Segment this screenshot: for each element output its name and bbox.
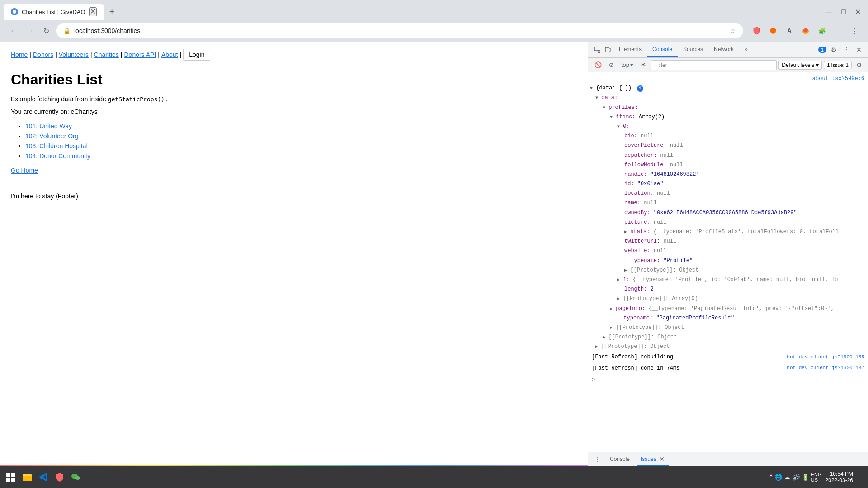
nav-donors[interactable]: Donors xyxy=(33,51,53,58)
devtools-tab-network[interactable]: Network xyxy=(708,42,739,57)
console-tree-root[interactable]: ▼ {data: {…}} i xyxy=(588,84,868,93)
devtools-header-actions: 1 ⚙ ⋮ ✕ xyxy=(818,44,864,55)
source-link[interactable]: about.tsx?599e:6 xyxy=(812,75,864,83)
console-tree-item-1[interactable]: ▶ 1: {__typename: 'Profile', id: '0x01ab… xyxy=(588,275,868,285)
devtools-close-button[interactable]: ✕ xyxy=(854,44,864,55)
source-link-done[interactable]: hot-dev-client.js?1600:137 xyxy=(787,364,864,372)
info-icon: i xyxy=(637,85,643,92)
nav-charities[interactable]: Charities xyxy=(94,51,119,58)
taskbar-chevron-icon[interactable]: ^ xyxy=(769,474,773,481)
console-tree-prototype-array[interactable]: ▶ [[Prototype]]: Array(0) xyxy=(588,294,868,304)
bottom-tab-issues[interactable]: Issues ✕ xyxy=(637,453,669,466)
console-tree-pageinfo[interactable]: ▶ pageInfo: {__typename: 'PaginatedResul… xyxy=(588,304,868,314)
pause-button[interactable]: ⊘ xyxy=(606,61,617,69)
console-tree-prototype-3[interactable]: ▶ [[Prototype]]: Object xyxy=(588,333,868,342)
taskbar-speaker-icon[interactable]: 🔊 xyxy=(792,474,800,481)
list-item: 103: Children Hospital xyxy=(25,142,577,150)
devtools-tabs: Elements Console Sources Network » 1 ⚙ ⋮… xyxy=(588,42,868,58)
menu-button[interactable]: ⋮ xyxy=(848,24,861,37)
taskbar-clock[interactable]: 10:54 PM 2022-03-26 xyxy=(826,471,853,483)
login-button[interactable]: Login xyxy=(183,49,210,61)
extensions-button[interactable]: 🧩 xyxy=(816,24,828,37)
taskbar-weather-icon[interactable]: ☁ xyxy=(784,474,790,481)
taskbar-battery-icon[interactable]: 🔋 xyxy=(802,474,809,481)
address-bar-row: ← → ↻ 🔒 localhost:3000/charities ☆ A 🧩 xyxy=(0,20,868,42)
clear-console-button[interactable]: 🚫 xyxy=(592,61,604,69)
nav-volunteers[interactable]: Volunteers xyxy=(59,51,89,58)
console-input[interactable] xyxy=(597,377,864,383)
fox-extension-button[interactable] xyxy=(799,24,812,37)
tab-close-button[interactable]: ✕ xyxy=(89,7,97,16)
issue-count-badge[interactable]: 1 Issue: 1 xyxy=(824,61,852,69)
console-tree-prototype-2[interactable]: ▶ [[Prototype]]: Object xyxy=(588,323,868,333)
devtools-tab-console[interactable]: Console xyxy=(647,42,678,57)
page-title: Charities List xyxy=(11,71,577,88)
bookmark-icon: ☆ xyxy=(730,27,736,34)
log-fast-refresh-done: [Fast Refresh] done in 74ms hot-dev-clie… xyxy=(588,363,868,374)
page-content: Home | Donors | Volunteers | Charities |… xyxy=(0,42,588,466)
go-home-link[interactable]: Go Home xyxy=(11,167,577,174)
minimize-button[interactable]: — xyxy=(821,6,836,18)
maximize-button[interactable]: □ xyxy=(838,6,849,18)
back-button[interactable]: ← xyxy=(7,24,20,37)
context-selector[interactable]: top ▾ xyxy=(618,61,636,69)
console-tree-prototype-4[interactable]: ▶ [[Prototype]]: Object xyxy=(588,342,868,352)
taskbar-network-icon[interactable]: 🌐 xyxy=(774,474,782,481)
charity-link-102[interactable]: 102: Volunteer Org xyxy=(25,132,79,140)
console-tree-data[interactable]: ▼ data: xyxy=(588,93,868,103)
bottom-tab-console[interactable]: Console xyxy=(606,454,633,465)
console-filter-input[interactable] xyxy=(651,60,777,70)
charity-link-103[interactable]: 103: Children Hospital xyxy=(25,142,88,150)
forward-button[interactable]: → xyxy=(24,24,36,37)
settings-icon-button[interactable]: ⚙ xyxy=(854,60,864,70)
svg-rect-17 xyxy=(46,473,47,481)
svg-point-7 xyxy=(598,50,600,52)
devtools-tab-elements[interactable]: Elements xyxy=(613,42,647,57)
svg-marker-1 xyxy=(770,28,776,34)
file-explorer-button[interactable] xyxy=(20,470,34,484)
brave-shield-button[interactable] xyxy=(750,24,763,37)
nav-donors-api[interactable]: Donors API xyxy=(124,51,156,58)
eye-button[interactable]: 👁 xyxy=(638,61,649,69)
nav-about[interactable]: About xyxy=(161,51,178,58)
charity-link-104[interactable]: 104: Donor Community xyxy=(25,152,90,160)
charity-link-101[interactable]: 101: United Way xyxy=(25,122,72,130)
devtools-inspect-button[interactable] xyxy=(592,44,603,55)
windows-start-button[interactable] xyxy=(4,470,18,484)
vscode-button[interactable] xyxy=(36,470,51,484)
console-tree-prototype-1[interactable]: ▶ [[Prototype]]: Object xyxy=(588,266,868,275)
console-tree-profiles[interactable]: ▼ profiles: xyxy=(588,103,868,113)
bottom-bar-dots[interactable]: ⋮ xyxy=(592,454,603,465)
devtools-dots-button[interactable]: ⋮ xyxy=(841,44,852,55)
wechat-button[interactable] xyxy=(69,470,83,484)
new-tab-button[interactable]: + xyxy=(106,5,118,19)
active-tab[interactable]: Charities List | GiveDAO ✕ xyxy=(4,4,104,20)
console-tree-items[interactable]: ▼ items: Array(2) xyxy=(588,113,868,122)
svg-rect-16 xyxy=(23,476,32,481)
console-tree-item-0[interactable]: ▼ 0: xyxy=(588,122,868,131)
console-prop-typename-result: __typename: "PaginatedProfileResult" xyxy=(588,314,868,323)
brave-taskbar-button[interactable] xyxy=(52,470,67,484)
close-issues-button[interactable]: ✕ xyxy=(658,455,665,464)
main-area: Home | Donors | Volunteers | Charities |… xyxy=(0,42,868,466)
close-window-button[interactable]: ✕ xyxy=(851,6,864,18)
devtools-tab-more[interactable]: » xyxy=(739,42,753,57)
account-button[interactable]: A xyxy=(783,24,796,37)
devtools-panel: Elements Console Sources Network » 1 ⚙ ⋮… xyxy=(588,42,868,466)
default-levels-selector[interactable]: Default levels ▾ xyxy=(778,61,822,70)
source-link-rebuilding[interactable]: hot-dev-client.js?1600:155 xyxy=(787,353,864,361)
tab-title: Charities List | GiveDAO xyxy=(22,9,85,15)
nav-home[interactable]: Home xyxy=(11,51,28,58)
show-desktop-button[interactable] xyxy=(857,474,864,481)
console-prop-followmodule: followModule: null xyxy=(588,160,868,170)
downloads-button[interactable] xyxy=(832,24,844,37)
address-bar[interactable]: 🔒 localhost:3000/charities ☆ xyxy=(56,23,743,38)
console-tree-stats[interactable]: ▶ stats: {__typename: 'ProfileStats', to… xyxy=(588,227,868,237)
devtools-tab-sources[interactable]: Sources xyxy=(678,42,708,57)
devtools-settings-button[interactable]: ⚙ xyxy=(828,44,839,55)
console-prop-bio: bio: null xyxy=(588,131,868,141)
reload-button[interactable]: ↻ xyxy=(40,24,52,37)
devtools-device-button[interactable] xyxy=(603,44,613,55)
brave-logo-button[interactable] xyxy=(767,24,779,37)
log-fast-refresh-rebuilding: [Fast Refresh] rebuilding hot-dev-client… xyxy=(588,352,868,362)
